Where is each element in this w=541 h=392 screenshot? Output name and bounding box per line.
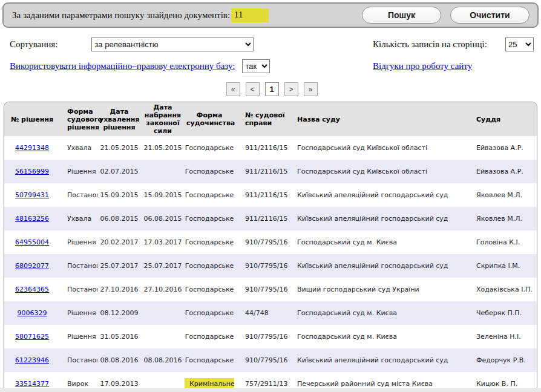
- decision-number-cell: 58071625: [4, 325, 60, 348]
- results-count-highlight: 11: [231, 8, 268, 22]
- judge-cell: Яковлев М.Л.: [469, 207, 537, 230]
- header-date-effective: Дата набрання законної сили: [141, 102, 185, 136]
- table-row: 9006329 Рішення 08.12.2009 Господарське …: [4, 301, 537, 325]
- table-row: 61223946 Постанова 08.08.2016 08.08.2016…: [4, 348, 537, 372]
- controls-row-2: Використовувати інформаційно–правову еле…: [10, 59, 534, 73]
- date-effective-cell: [141, 301, 185, 325]
- header-date-adopted: Дата ухвалення рішення: [97, 102, 141, 136]
- judge-cell: Ейвазова А.Р.: [469, 136, 537, 160]
- date-adopted-cell: 27.10.2016: [97, 278, 141, 301]
- decision-form-cell: Рішення: [60, 160, 97, 183]
- decision-form-cell: Постанова: [60, 183, 97, 207]
- decision-link[interactable]: 48163256: [15, 215, 49, 223]
- decision-number-cell: 48163256: [4, 207, 60, 230]
- case-number-cell: 911/2116/15: [234, 183, 287, 207]
- search-button[interactable]: Пошук: [362, 7, 441, 24]
- decision-link[interactable]: 64955004: [15, 238, 49, 246]
- date-effective-cell: [141, 325, 185, 348]
- decision-number-cell: 64955004: [4, 230, 60, 254]
- clear-button[interactable]: Очистити: [450, 7, 530, 24]
- case-number-cell: 911/2116/15: [234, 207, 287, 230]
- first-page-button[interactable]: «: [226, 82, 240, 96]
- court-name-cell: Господарський суд Київської області: [287, 136, 469, 160]
- decision-form-cell: Постанова: [60, 254, 97, 278]
- page-1-button[interactable]: 1: [265, 82, 279, 96]
- court-name-cell: Київський апеляційний господарський суд: [287, 254, 469, 278]
- table-row: 58071625 Рішення 31.05.2016 Господарське…: [4, 325, 537, 348]
- jurisdiction-cell: Господарське: [185, 301, 234, 325]
- prev-page-button[interactable]: <: [246, 82, 260, 96]
- results-count-text: За заданими параметрами пошуку знайдено …: [12, 10, 230, 21]
- decision-link[interactable]: 33514377: [15, 380, 49, 388]
- feedback-link[interactable]: Відгуки про роботу сайту: [373, 61, 472, 71]
- legal-base-select[interactable]: так: [242, 59, 270, 73]
- date-effective-cell: 08.08.2016: [141, 348, 185, 372]
- results-table-body: 44291348 Ухвала 21.05.2015 21.05.2015 Го…: [4, 136, 537, 392]
- date-adopted-cell: 31.05.2016: [97, 325, 141, 348]
- jurisdiction-value: Господарське: [185, 309, 234, 317]
- jurisdiction-value: Господарське: [185, 238, 234, 246]
- date-adopted-cell: 06.08.2015: [97, 207, 141, 230]
- feedback-group: Відгуки про роботу сайту: [373, 61, 534, 71]
- next-page-button[interactable]: >: [284, 82, 298, 96]
- judge-cell: Ходаківська І.П.: [469, 278, 537, 301]
- decision-link[interactable]: 50799431: [15, 191, 49, 199]
- jurisdiction-cell: Господарське: [185, 348, 234, 372]
- court-name-cell: Київський апеляційний господарський суд: [287, 183, 469, 207]
- jurisdiction-cell: Господарське: [185, 254, 234, 278]
- decision-link[interactable]: 9006329: [18, 309, 47, 317]
- table-row: 50799431 Постанова 15.09.2015 15.09.2015…: [4, 183, 537, 207]
- court-name-cell: Господарський суд м. Києва: [287, 301, 469, 325]
- date-effective-cell: 15.09.2015: [141, 183, 185, 207]
- sort-select[interactable]: за релевантністю: [91, 38, 254, 51]
- decision-form-cell: Постанова: [60, 348, 97, 372]
- case-number-cell: 910/7795/16: [234, 348, 287, 372]
- date-effective-cell: [141, 160, 185, 183]
- decision-number-cell: 68092077: [4, 254, 60, 278]
- controls-row-1: Сортування: за релевантністю Кількість з…: [10, 38, 534, 51]
- summary-bar-buttons: Пошук Очистити: [362, 7, 530, 24]
- results-table-header: № рішення Форма судового рішення Дата ух…: [4, 102, 537, 136]
- jurisdiction-value: Господарське: [185, 286, 234, 293]
- date-adopted-cell: 21.05.2015: [97, 136, 141, 160]
- decision-form-cell: Рішення: [60, 301, 97, 325]
- decision-number-cell: 62364365: [4, 278, 60, 301]
- decision-link[interactable]: 61223946: [15, 356, 49, 364]
- last-page-button[interactable]: »: [304, 82, 318, 96]
- legal-base-link[interactable]: Використовувати інформаційно–правову еле…: [10, 61, 235, 71]
- sort-label: Сортування:: [10, 39, 57, 50]
- pagination: « < 1 > »: [10, 82, 534, 96]
- header-jurisdiction: Форма судочинства: [185, 102, 234, 136]
- decision-form-cell: Рішення: [60, 325, 97, 348]
- decision-link[interactable]: 68092077: [15, 262, 49, 270]
- results-table: № рішення Форма судового рішення Дата ух…: [4, 102, 537, 392]
- jurisdiction-cell: Господарське: [185, 136, 234, 160]
- judge-cell: Зеленіна Н.І.: [469, 325, 537, 348]
- decision-link[interactable]: 56156999: [15, 168, 49, 175]
- court-name-cell: Київський апеляційний господарський суд: [287, 348, 469, 372]
- header-judge: Суддя: [469, 102, 537, 136]
- decision-link[interactable]: 62364365: [15, 286, 49, 293]
- court-name-cell: Господарський суд м. Києва: [287, 325, 469, 348]
- decision-number-cell: 56156999: [4, 160, 60, 183]
- case-number-cell: 910/7795/16: [234, 325, 287, 348]
- judge-cell: Федорчук Р.В.: [469, 348, 537, 372]
- judge-cell: Яковлев М.Л.: [469, 183, 537, 207]
- date-effective-cell: 17.03.2017: [141, 230, 185, 254]
- case-number-cell: 911/2116/15: [234, 160, 287, 183]
- judge-cell: Чеберяк П.П.: [469, 301, 537, 325]
- jurisdiction-value: Господарське: [185, 191, 234, 199]
- per-page-select[interactable]: 25: [505, 38, 534, 51]
- decision-link[interactable]: 58071625: [15, 333, 49, 341]
- header-decision-form: Форма судового рішення: [60, 102, 97, 136]
- case-number-cell: 911/2116/15: [234, 136, 287, 160]
- jurisdiction-value: Господарське: [185, 168, 234, 175]
- date-adopted-cell: 08.12.2009: [97, 301, 141, 325]
- jurisdiction-value: Господарське: [185, 333, 234, 341]
- jurisdiction-cell: Господарське: [185, 230, 234, 254]
- page-bottom-strip: [0, 388, 541, 392]
- decision-link[interactable]: 44291348: [15, 144, 49, 152]
- jurisdiction-value: Господарське: [185, 262, 234, 270]
- date-adopted-cell: 20.02.2017: [97, 230, 141, 254]
- date-adopted-cell: 15.09.2015: [97, 183, 141, 207]
